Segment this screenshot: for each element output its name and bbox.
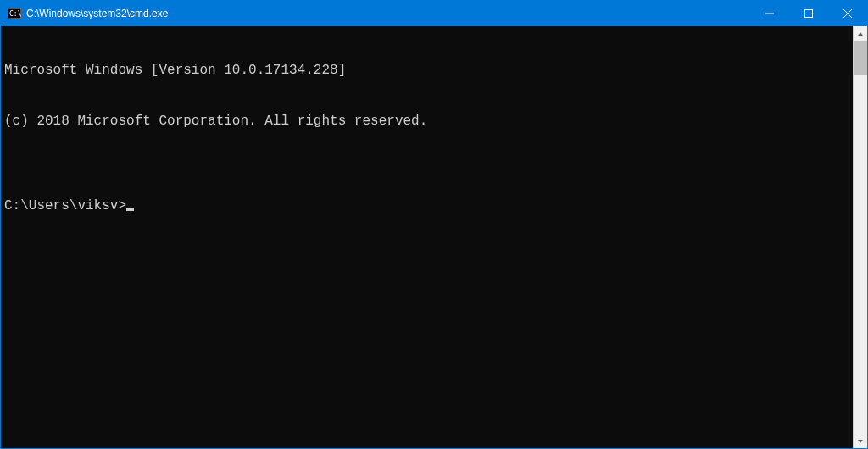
prompt-line: C:\Users\viksv> — [4, 197, 849, 214]
close-button[interactable] — [828, 1, 867, 26]
terminal-line: Microsoft Windows [Version 10.0.17134.22… — [4, 62, 849, 79]
cursor-icon — [126, 208, 134, 211]
vertical-scrollbar[interactable] — [853, 26, 867, 448]
scroll-up-button[interactable] — [854, 26, 867, 41]
minimize-button[interactable] — [750, 1, 789, 26]
svg-rect-3 — [805, 10, 813, 18]
maximize-button[interactable] — [789, 1, 828, 26]
svg-text:C:\: C:\ — [9, 10, 21, 18]
prompt-text: C:\Users\viksv> — [4, 197, 126, 214]
titlebar[interactable]: C:\ C:\Windows\system32\cmd.exe — [1, 1, 867, 26]
terminal-output[interactable]: Microsoft Windows [Version 10.0.17134.22… — [1, 26, 853, 448]
svg-marker-6 — [858, 32, 863, 36]
client-area: Microsoft Windows [Version 10.0.17134.22… — [1, 26, 867, 448]
cmd-window: C:\ C:\Windows\system32\cmd.exe — [0, 0, 868, 449]
cmd-icon: C:\ — [8, 7, 21, 20]
window-title: C:\Windows\system32\cmd.exe — [26, 8, 750, 19]
scroll-track[interactable] — [854, 41, 867, 434]
terminal-line: (c) 2018 Microsoft Corporation. All righ… — [4, 113, 849, 130]
scroll-down-button[interactable] — [854, 434, 867, 448]
svg-marker-7 — [858, 440, 863, 443]
scroll-thumb[interactable] — [854, 41, 867, 75]
window-controls — [750, 1, 867, 26]
